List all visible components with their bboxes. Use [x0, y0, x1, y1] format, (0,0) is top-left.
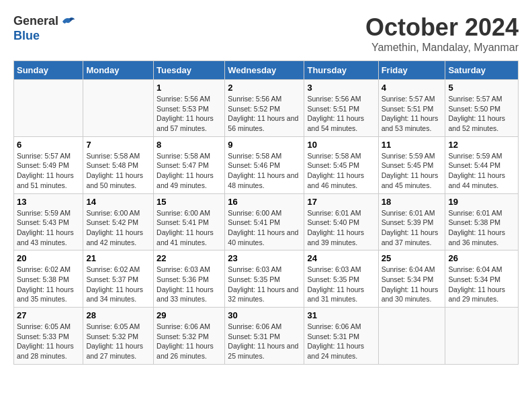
day-info: Sunrise: 5:57 AM Sunset: 5:50 PM Dayligh…: [448, 94, 515, 134]
calendar-cell: 26Sunrise: 6:04 AM Sunset: 5:34 PM Dayli…: [445, 250, 519, 308]
calendar-cell: 18Sunrise: 6:01 AM Sunset: 5:39 PM Dayli…: [378, 193, 445, 250]
calendar-cell: 31Sunrise: 6:06 AM Sunset: 5:31 PM Dayli…: [304, 308, 378, 365]
day-info: Sunrise: 6:06 AM Sunset: 5:31 PM Dayligh…: [228, 322, 301, 361]
day-info: Sunrise: 6:05 AM Sunset: 5:32 PM Dayligh…: [86, 322, 150, 361]
page-header: General Blue October 2024 Yamethin, Mand…: [13, 13, 519, 54]
day-number: 9: [228, 140, 301, 150]
calendar-cell: 11Sunrise: 5:59 AM Sunset: 5:45 PM Dayli…: [378, 136, 445, 193]
day-number: 10: [307, 140, 375, 150]
calendar-cell: 30Sunrise: 6:06 AM Sunset: 5:31 PM Dayli…: [225, 308, 304, 365]
day-info: Sunrise: 5:59 AM Sunset: 5:45 PM Dayligh…: [382, 151, 443, 191]
day-info: Sunrise: 6:03 AM Sunset: 5:35 PM Dayligh…: [307, 265, 375, 304]
day-number: 29: [157, 310, 222, 320]
calendar-cell: 13Sunrise: 5:59 AM Sunset: 5:43 PM Dayli…: [14, 193, 83, 250]
day-number: 2: [228, 83, 301, 93]
day-info: Sunrise: 5:57 AM Sunset: 5:51 PM Dayligh…: [382, 94, 443, 134]
day-info: Sunrise: 5:58 AM Sunset: 5:46 PM Dayligh…: [228, 151, 301, 191]
calendar-cell: 4Sunrise: 5:57 AM Sunset: 5:51 PM Daylig…: [378, 80, 445, 137]
day-info: Sunrise: 6:01 AM Sunset: 5:38 PM Dayligh…: [448, 208, 515, 248]
calendar-cell: 19Sunrise: 6:01 AM Sunset: 5:38 PM Dayli…: [445, 193, 519, 250]
logo-general-text: General: [13, 15, 58, 28]
day-info: Sunrise: 5:56 AM Sunset: 5:53 PM Dayligh…: [157, 94, 222, 134]
day-number: 3: [307, 83, 375, 93]
calendar-cell: 9Sunrise: 5:58 AM Sunset: 5:46 PM Daylig…: [225, 136, 304, 193]
day-info: Sunrise: 6:00 AM Sunset: 5:42 PM Dayligh…: [86, 208, 150, 248]
day-number: 26: [448, 253, 515, 263]
day-number: 7: [86, 140, 150, 150]
calendar-cell: 8Sunrise: 5:58 AM Sunset: 5:47 PM Daylig…: [154, 136, 225, 193]
day-info: Sunrise: 5:56 AM Sunset: 5:52 PM Dayligh…: [228, 94, 301, 134]
day-number: 24: [307, 253, 375, 263]
calendar-cell: 15Sunrise: 6:00 AM Sunset: 5:41 PM Dayli…: [154, 193, 225, 250]
calendar-cell: [378, 308, 445, 365]
calendar-cell: 25Sunrise: 6:04 AM Sunset: 5:34 PM Dayli…: [378, 250, 445, 308]
logo: General Blue: [13, 13, 76, 43]
calendar-cell: 16Sunrise: 6:00 AM Sunset: 5:41 PM Dayli…: [225, 193, 304, 250]
day-number: 17: [307, 197, 375, 207]
day-info: Sunrise: 6:01 AM Sunset: 5:40 PM Dayligh…: [307, 208, 375, 248]
calendar-cell: 21Sunrise: 6:02 AM Sunset: 5:37 PM Dayli…: [83, 250, 154, 308]
day-number: 14: [86, 197, 150, 207]
calendar-cell: 3Sunrise: 5:56 AM Sunset: 5:51 PM Daylig…: [304, 80, 378, 137]
day-info: Sunrise: 5:59 AM Sunset: 5:43 PM Dayligh…: [17, 208, 80, 248]
day-number: 5: [448, 83, 515, 93]
calendar-cell: [83, 80, 154, 137]
day-number: 18: [382, 197, 443, 207]
day-number: 22: [157, 253, 222, 263]
day-headers-row: SundayMondayTuesdayWednesdayThursdayFrid…: [14, 61, 519, 80]
day-number: 12: [448, 140, 515, 150]
day-header-monday: Monday: [83, 61, 154, 80]
day-number: 6: [17, 140, 80, 150]
day-info: Sunrise: 6:00 AM Sunset: 5:41 PM Dayligh…: [228, 208, 301, 248]
day-number: 28: [86, 310, 150, 320]
calendar-cell: 24Sunrise: 6:03 AM Sunset: 5:35 PM Dayli…: [304, 250, 378, 308]
day-info: Sunrise: 6:06 AM Sunset: 5:31 PM Dayligh…: [307, 322, 375, 361]
subtitle: Yamethin, Mandalay, Myanmar: [365, 42, 519, 54]
day-info: Sunrise: 5:56 AM Sunset: 5:51 PM Dayligh…: [307, 94, 375, 134]
day-number: 20: [17, 253, 80, 263]
day-info: Sunrise: 6:06 AM Sunset: 5:32 PM Dayligh…: [157, 322, 222, 361]
calendar-cell: 10Sunrise: 5:58 AM Sunset: 5:45 PM Dayli…: [304, 136, 378, 193]
calendar-cell: 22Sunrise: 6:03 AM Sunset: 5:36 PM Dayli…: [154, 250, 225, 308]
calendar-cell: 28Sunrise: 6:05 AM Sunset: 5:32 PM Dayli…: [83, 308, 154, 365]
calendar-cell: 12Sunrise: 5:59 AM Sunset: 5:44 PM Dayli…: [445, 136, 519, 193]
day-info: Sunrise: 6:00 AM Sunset: 5:41 PM Dayligh…: [157, 208, 222, 248]
calendar-week-row: 6Sunrise: 5:57 AM Sunset: 5:49 PM Daylig…: [14, 136, 519, 193]
day-info: Sunrise: 5:58 AM Sunset: 5:47 PM Dayligh…: [157, 151, 222, 191]
day-number: 8: [157, 140, 222, 150]
day-number: 13: [17, 197, 80, 207]
day-info: Sunrise: 6:05 AM Sunset: 5:33 PM Dayligh…: [17, 322, 80, 361]
day-number: 27: [17, 310, 80, 320]
day-number: 30: [228, 310, 301, 320]
calendar-week-row: 13Sunrise: 5:59 AM Sunset: 5:43 PM Dayli…: [14, 193, 519, 250]
calendar-cell: 14Sunrise: 6:00 AM Sunset: 5:42 PM Dayli…: [83, 193, 154, 250]
calendar-table: SundayMondayTuesdayWednesdayThursdayFrid…: [13, 60, 519, 365]
day-header-friday: Friday: [378, 61, 445, 80]
day-number: 23: [228, 253, 301, 263]
day-number: 19: [448, 197, 515, 207]
calendar-cell: [445, 308, 519, 365]
day-number: 4: [382, 83, 443, 93]
day-number: 11: [382, 140, 443, 150]
main-title: October 2024: [365, 13, 519, 42]
day-header-thursday: Thursday: [304, 61, 378, 80]
day-header-saturday: Saturday: [445, 61, 519, 80]
day-number: 21: [86, 253, 150, 263]
calendar-cell: [14, 80, 83, 137]
day-number: 1: [157, 83, 222, 93]
day-number: 25: [382, 253, 443, 263]
calendar-week-row: 1Sunrise: 5:56 AM Sunset: 5:53 PM Daylig…: [14, 80, 519, 137]
calendar-cell: 2Sunrise: 5:56 AM Sunset: 5:52 PM Daylig…: [225, 80, 304, 137]
day-number: 31: [307, 310, 375, 320]
calendar-week-row: 27Sunrise: 6:05 AM Sunset: 5:33 PM Dayli…: [14, 308, 519, 365]
day-info: Sunrise: 5:58 AM Sunset: 5:45 PM Dayligh…: [307, 151, 375, 191]
calendar-cell: 20Sunrise: 6:02 AM Sunset: 5:38 PM Dayli…: [14, 250, 83, 308]
calendar-cell: 17Sunrise: 6:01 AM Sunset: 5:40 PM Dayli…: [304, 193, 378, 250]
logo-blue-text: Blue: [13, 30, 76, 43]
day-header-tuesday: Tuesday: [154, 61, 225, 80]
day-info: Sunrise: 6:01 AM Sunset: 5:39 PM Dayligh…: [382, 208, 443, 248]
day-info: Sunrise: 6:04 AM Sunset: 5:34 PM Dayligh…: [382, 265, 443, 304]
calendar-cell: 1Sunrise: 5:56 AM Sunset: 5:53 PM Daylig…: [154, 80, 225, 137]
calendar-cell: 23Sunrise: 6:03 AM Sunset: 5:35 PM Dayli…: [225, 250, 304, 308]
day-header-wednesday: Wednesday: [225, 61, 304, 80]
